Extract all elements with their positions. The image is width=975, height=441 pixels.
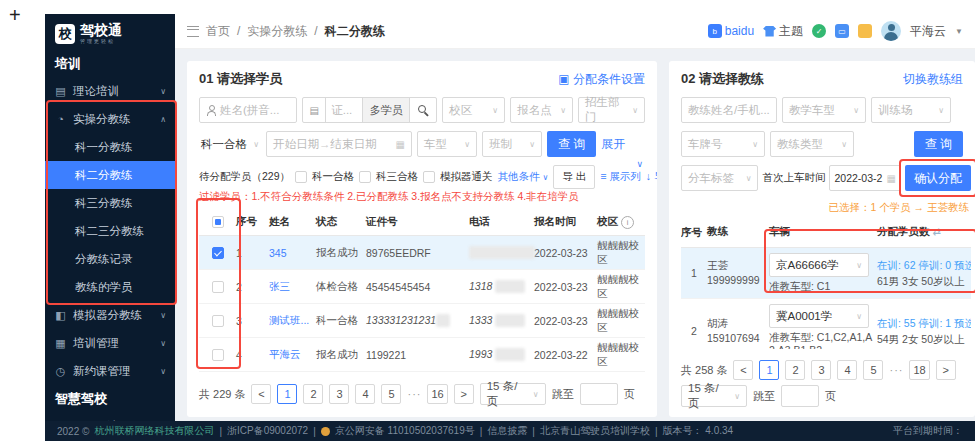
- sidebar-item-subject2-assign[interactable]: 科二分教练: [45, 161, 175, 189]
- reg-point-select[interactable]: 报名点 ∨: [510, 97, 573, 123]
- coach-type-select[interactable]: 教练类型 ∨: [770, 131, 854, 157]
- export-columns-link[interactable]: ↓ 导出列: [646, 170, 657, 184]
- student-name-link[interactable]: 测试班...: [269, 314, 316, 328]
- folder-icon[interactable]: [858, 24, 872, 38]
- plate-number-select[interactable]: 车牌号 ∨: [681, 131, 765, 157]
- sidebar-item-coach-students[interactable]: 教练的学员: [45, 273, 175, 301]
- footer-company-link[interactable]: 杭州联桥网络科技有限公司: [94, 424, 214, 438]
- jump-page-input[interactable]: [781, 385, 819, 407]
- next-page-button[interactable]: >: [454, 384, 474, 404]
- campus-select[interactable]: 校区 ∨: [442, 97, 505, 123]
- coach-row[interactable]: 1 王荟199999999 京A66666学 ∨ 准教车型: C1: [681, 248, 971, 299]
- coach-name-input[interactable]: 教练姓名/手机...: [681, 97, 777, 123]
- student-name-link[interactable]: 平海云: [269, 348, 316, 362]
- sidebar-item-subject1-assign[interactable]: 科一分教练: [45, 133, 175, 161]
- page-button[interactable]: 5: [863, 360, 883, 380]
- training-field-select[interactable]: 训练场 ∨: [871, 97, 951, 123]
- table-row[interactable]: 2 张三 体检合格 45454545454 1318 2022-03-23 靓靓…: [199, 270, 645, 304]
- next-page-button[interactable]: >: [936, 360, 956, 380]
- breadcrumb[interactable]: 实操分教练: [247, 23, 307, 40]
- sidebar-item-subject3-assign[interactable]: 科三分教练: [45, 189, 175, 217]
- coach-row[interactable]: 2 胡涛159107694 冀A0001学 ∨ 准教车型: C1,C2,A1,A…: [681, 299, 971, 349]
- subject3-pass-checkbox[interactable]: [359, 171, 371, 183]
- sidebar-item-simulator-assign[interactable]: ◧ 模拟器分教练 ∨: [45, 301, 175, 329]
- student-name-link[interactable]: 张三: [269, 280, 316, 294]
- row-checkbox[interactable]: [212, 281, 224, 293]
- student-name-input[interactable]: 姓名(拼音...: [199, 97, 297, 123]
- page-size-select[interactable]: 15 条/页 ∨: [480, 383, 546, 405]
- query-button[interactable]: 查 询: [547, 131, 596, 157]
- page-button[interactable]: 1: [277, 384, 297, 404]
- car-tag-select[interactable]: 分车标签 ∨: [681, 165, 758, 191]
- expand-chevron-icon[interactable]: ∨: [636, 159, 643, 169]
- page-button[interactable]: 1: [759, 360, 779, 380]
- breadcrumb[interactable]: 首页: [206, 23, 230, 40]
- sidebar-item-assign-records[interactable]: 分教练记录: [45, 245, 175, 273]
- id-card-button[interactable]: ▤: [302, 97, 326, 123]
- theme-switcher[interactable]: 主题: [763, 23, 803, 40]
- confirm-assign-button[interactable]: 确认分配: [905, 165, 971, 191]
- vehicle-select[interactable]: 冀A0001学 ∨: [769, 304, 869, 328]
- page-button[interactable]: 16: [427, 384, 447, 404]
- row-checkbox[interactable]: [212, 247, 224, 259]
- expand-filters-link[interactable]: 展开: [601, 136, 625, 153]
- page-button[interactable]: 4: [355, 384, 375, 404]
- show-columns-link[interactable]: ≡ 展示列: [600, 170, 641, 184]
- other-conditions-link[interactable]: 其他条件 ∨: [498, 170, 549, 184]
- select-all-checkbox[interactable]: [212, 216, 224, 228]
- sort-icon[interactable]: ⇄: [933, 226, 941, 237]
- username[interactable]: 平海云: [910, 23, 946, 40]
- row-checkbox[interactable]: [212, 349, 224, 361]
- page-button[interactable]: 3: [329, 384, 349, 404]
- first-boarding-label: 首次上车时间: [762, 171, 825, 185]
- subject1-pass-checkbox[interactable]: [295, 171, 307, 183]
- shield-check-icon[interactable]: ✓: [812, 24, 826, 38]
- page-size-select[interactable]: 15 条/页 ∨: [681, 385, 747, 407]
- sidebar-item-booking-mgmt[interactable]: ◷ 新约课管理 ∨: [45, 357, 175, 385]
- student-name-link[interactable]: 345: [269, 247, 316, 259]
- table-row[interactable]: 3 测试班... 科一合格 133331231231 1333 2022-03-…: [199, 304, 645, 338]
- assign-condition-settings-link[interactable]: ▣ 分配条件设置: [558, 71, 645, 88]
- class-type-select[interactable]: 班制 ∨: [482, 131, 542, 157]
- avatar[interactable]: [881, 21, 901, 41]
- baidu-link[interactable]: b baidu: [708, 24, 754, 38]
- teach-car-type-select[interactable]: 教学车型 ∨: [782, 97, 866, 123]
- date-range-input[interactable]: 开始日期 → 结束日期 ▦: [266, 131, 412, 157]
- subject1-pass-select[interactable]: 科一合格 ∨: [199, 131, 261, 157]
- footer-disclosure-link[interactable]: 信息披露: [487, 424, 527, 438]
- table-row[interactable]: 1 345 报名成功 89765EEDRF 2022-03-23 靓靓靓校区: [199, 236, 645, 270]
- first-boarding-date-input[interactable]: 2022-03-2 ▦: [829, 165, 901, 191]
- vehicle-select[interactable]: 京A66666学 ∨: [769, 253, 869, 277]
- sidebar-item-theory-training[interactable]: ▤ 理论培训 ∨: [45, 77, 175, 105]
- recruit-dept-select[interactable]: 招生部门 ∨: [578, 97, 645, 123]
- multi-student-button[interactable]: 多学员: [362, 97, 410, 123]
- export-button[interactable]: 导 出: [553, 165, 595, 189]
- search-button[interactable]: [409, 97, 437, 123]
- page-button[interactable]: 5: [381, 384, 401, 404]
- collapse-menu-icon[interactable]: [187, 26, 199, 37]
- page-button[interactable]: 4: [837, 360, 857, 380]
- footer-security[interactable]: 京公网安备 11010502037619号: [335, 424, 475, 438]
- table-row[interactable]: 4 平海云 报名成功 1199221 1993 2022-03-22 靓靓靓校区: [199, 338, 645, 372]
- user-menu-caret-icon[interactable]: ▼: [955, 27, 963, 36]
- campus-name: 靓靓靓校区: [597, 341, 645, 369]
- page-button[interactable]: 18: [909, 360, 929, 380]
- footer-icp[interactable]: 浙ICP备09002072: [227, 424, 308, 438]
- screen-icon[interactable]: ▭: [835, 24, 849, 38]
- prev-page-button[interactable]: <: [733, 360, 753, 380]
- sidebar-item-training-mgmt[interactable]: ▦ 培训管理 ∨: [45, 329, 175, 357]
- switch-coach-group-link[interactable]: 切换教练组: [903, 71, 963, 88]
- row-checkbox[interactable]: [212, 315, 224, 327]
- page-button[interactable]: 2: [785, 360, 805, 380]
- page-button[interactable]: 3: [811, 360, 831, 380]
- page-button[interactable]: 2: [303, 384, 323, 404]
- sidebar-item-subject23-assign[interactable]: 科二三分教练: [45, 217, 175, 245]
- jump-page-input[interactable]: [580, 383, 618, 405]
- info-icon[interactable]: i: [621, 216, 634, 229]
- coach-query-button[interactable]: 查 询: [914, 131, 963, 157]
- car-type-select[interactable]: 车型 ∨: [417, 131, 477, 157]
- cert-input[interactable]: 证...: [325, 97, 363, 123]
- prev-page-button[interactable]: <: [251, 384, 271, 404]
- simulator-pass-checkbox[interactable]: [423, 171, 435, 183]
- sidebar-item-practical-assign[interactable]: ◔ 实操分教练 ∧: [45, 105, 175, 133]
